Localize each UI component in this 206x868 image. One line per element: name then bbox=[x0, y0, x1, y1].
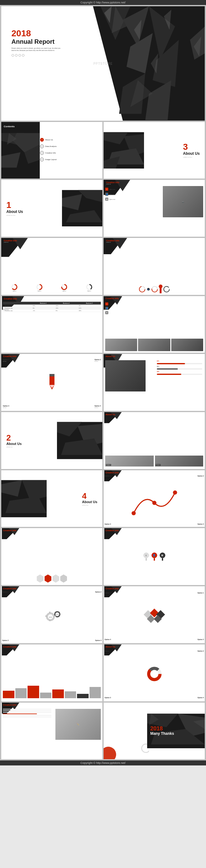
pie-opt-1: Option 1 bbox=[105, 650, 111, 652]
svg-point-78 bbox=[173, 490, 177, 494]
menu-label-1: About Us bbox=[45, 139, 53, 141]
gear-opt-2: Option 2 bbox=[95, 591, 101, 593]
creative-5-title-area: Creative Info subtitle text bbox=[106, 181, 119, 185]
creative-8-header: Creative Info bbox=[4, 298, 17, 300]
creative-5-sub: subtitle text bbox=[106, 184, 119, 185]
bar-element bbox=[160, 285, 161, 293]
contents-menu: 1 About Us 2 Data Analysis 3 Creative In… bbox=[37, 122, 102, 179]
ic-connector-1 bbox=[146, 558, 147, 561]
ic-3: ▦ bbox=[160, 553, 165, 558]
slide-creative-22: Creative Info ✏️ bbox=[1, 703, 102, 760]
bar-icon: ▦ bbox=[105, 311, 108, 314]
person-photo-1 bbox=[105, 339, 137, 351]
product-label-1: Product 1 bbox=[106, 464, 111, 466]
do-3: Option 4 bbox=[105, 639, 111, 640]
about-2-shards bbox=[57, 412, 102, 469]
creative-20-header: Creative Info bbox=[3, 646, 16, 648]
slide-creative-20: Creative Info bbox=[1, 645, 102, 701]
creative-17-title: Creative Info bbox=[106, 529, 119, 532]
menu-item-2: 2 Data Analysis bbox=[40, 145, 100, 148]
bar-c bbox=[28, 686, 39, 698]
icon-circle-1: t bbox=[143, 553, 149, 561]
about-shards-right bbox=[62, 180, 102, 237]
creative-17-header: Creative Info bbox=[106, 529, 119, 532]
th-q2: Business 2 bbox=[55, 302, 78, 305]
svg-text:0.5: 0.5 bbox=[49, 616, 52, 618]
slide-creative-5: Creative Info subtitle text t Option tex… bbox=[104, 180, 205, 237]
option-3: Option 3 text here bbox=[3, 405, 9, 408]
slide-contents: Contents 1 About Us 2 Data Analysis 3 Cr… bbox=[1, 122, 102, 179]
table-area: Business 1 Business 2 Business 3 ✓ Busin… bbox=[3, 302, 101, 312]
creative-7-sub: subtitle text bbox=[106, 242, 119, 243]
opt-3-title: Option 3 bbox=[3, 405, 9, 407]
about-shards-left bbox=[104, 122, 144, 179]
menu-num-3: 3 bbox=[40, 151, 44, 155]
po-1: Option 1 bbox=[105, 650, 111, 652]
svg-rect-93 bbox=[49, 612, 51, 613]
person-icon-1: 👤 bbox=[105, 193, 108, 196]
ic-1: t bbox=[143, 553, 149, 558]
diamonds-svg bbox=[142, 607, 167, 625]
icons-circles-row: t 👤 ▦ bbox=[143, 553, 165, 561]
creative-22-title: Creative Info bbox=[3, 704, 16, 706]
svg-marker-60 bbox=[50, 385, 55, 388]
creative-5-title: Creative Info bbox=[106, 181, 119, 184]
creative-16-header: Creative Info bbox=[3, 529, 16, 532]
svg-text:0.5: 0.5 bbox=[56, 614, 58, 615]
creative-19-title: Creative Info bbox=[106, 588, 119, 590]
bar-chart bbox=[3, 686, 101, 698]
td-val-1-1: 10% bbox=[32, 305, 55, 307]
about-2-sub: subtitle text bbox=[6, 446, 22, 447]
svg-point-51 bbox=[164, 286, 169, 292]
menu-item-4: 4 Image Layout bbox=[40, 158, 100, 161]
creative-19-header: Creative Info bbox=[106, 588, 119, 590]
gear-opt-4: Option 4 bbox=[95, 640, 101, 642]
chart-icon-1: ▦ bbox=[105, 197, 108, 201]
td-val-2-1: 8% bbox=[32, 307, 55, 309]
dia-opt-3: Option 4 bbox=[105, 639, 111, 641]
path-opt-3: Option 3 bbox=[105, 523, 111, 525]
slide-creative-19: Creative Info Option 2 Option 1 O bbox=[104, 586, 205, 643]
td-val-3-2: 6% bbox=[55, 309, 78, 312]
about-number-1: 1 bbox=[6, 201, 23, 210]
text-lines bbox=[3, 709, 51, 717]
bar-f bbox=[65, 691, 77, 698]
creative-7-title: Creative info bbox=[106, 240, 119, 242]
go-2: Option 2 bbox=[95, 591, 101, 593]
svg-rect-92 bbox=[55, 615, 56, 617]
path-svg bbox=[119, 487, 189, 516]
thanks-red-circle bbox=[104, 747, 116, 759]
line-6 bbox=[3, 717, 51, 717]
hex-1 bbox=[37, 575, 43, 583]
gear-opt-3: Option 3 bbox=[2, 640, 8, 642]
slide-creative-16: Creative Info bbox=[1, 528, 102, 585]
bar-bg-1 bbox=[157, 363, 202, 364]
hex-3 bbox=[52, 575, 59, 583]
gears-graphic: 0.5 0.5 bbox=[41, 608, 63, 625]
pie-opt-3: Option 3 bbox=[105, 696, 111, 699]
contents-label: Contents bbox=[4, 125, 15, 128]
slide-creative-10: Creative Info Option 1 text here Option … bbox=[1, 354, 102, 411]
line-1 bbox=[3, 709, 51, 710]
bar-g bbox=[77, 694, 89, 698]
pencil-svg bbox=[42, 372, 61, 391]
thanks-left bbox=[104, 703, 149, 760]
menu-label-2: Data Analysis bbox=[45, 145, 56, 147]
about-3-dark bbox=[1, 470, 47, 527]
about-3-sub: subtitle text bbox=[82, 504, 97, 506]
contents-shards bbox=[1, 122, 40, 179]
th-q1: Business 1 bbox=[32, 302, 55, 305]
thanks-content: 2018 Many Thanks bbox=[150, 726, 174, 736]
creative-11-title: About Us bbox=[106, 355, 115, 358]
td-label-2: ✓ Business aaa bbox=[3, 307, 32, 309]
menu-item-3: 3 Creative Info bbox=[40, 151, 100, 155]
page-wrapper: Copyright © http://www.pptstore.net/ bbox=[0, 0, 206, 766]
path-opt-1: Option 1 bbox=[105, 475, 111, 477]
creative-11-header: About Us bbox=[106, 355, 115, 358]
td-val-1-3: 9% bbox=[78, 305, 101, 307]
dot-2 bbox=[15, 54, 18, 57]
about-num-2: 2 bbox=[6, 433, 22, 441]
slide-creative-15: Creative Info Option 1 Option 2 Option 3 bbox=[104, 470, 205, 527]
bar-fill-1 bbox=[157, 363, 185, 364]
slide-creative-7: Creative info subtitle text 👤 bbox=[104, 238, 205, 295]
